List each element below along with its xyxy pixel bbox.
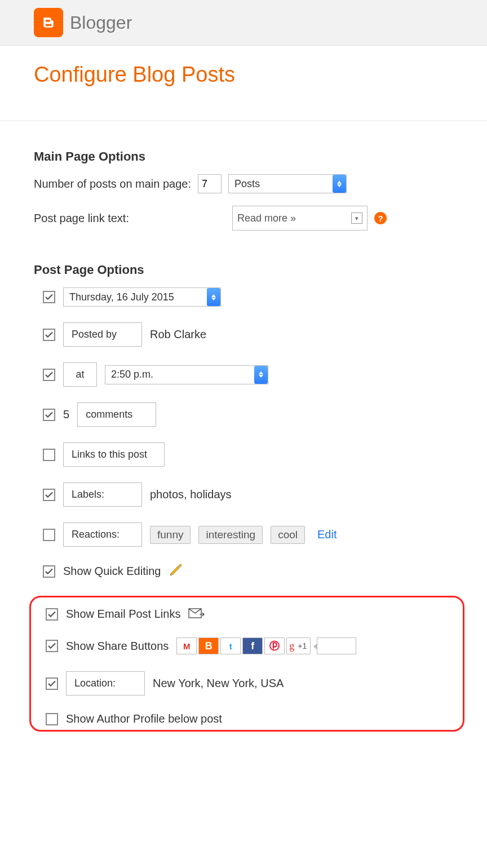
chevron-updown-icon (333, 175, 346, 193)
location-label-input[interactable]: Location: (66, 671, 145, 696)
location-value: New York, New York, USA (153, 677, 284, 690)
links-row: Links to this post (34, 442, 453, 467)
edit-reactions-link[interactable]: Edit (317, 528, 337, 541)
google-plus-icon[interactable]: g+1 (286, 637, 311, 654)
pinterest-icon[interactable]: ⓟ (264, 637, 285, 654)
date-value: Thursday, 16 July 2015 (64, 289, 207, 305)
highlighted-section: Show Email Post Links Show Share Buttons… (29, 596, 464, 732)
posted-by-checkbox[interactable] (43, 329, 55, 341)
section-post-page-options: Post Page Options (34, 263, 453, 277)
date-format-select[interactable]: Thursday, 16 July 2015 (63, 287, 221, 307)
reaction-interesting-button[interactable]: interesting (198, 526, 263, 544)
num-posts-label: Number of posts on main page: (34, 178, 191, 191)
time-row: at 2:50 p.m. (34, 362, 453, 387)
form-area: Main Page Options Number of posts on mai… (0, 149, 487, 749)
chevron-updown-icon (207, 288, 220, 306)
author-profile-label: Show Author Profile below post (66, 712, 222, 725)
gmail-icon[interactable]: M (176, 637, 197, 654)
posted-by-author: Rob Clarke (150, 328, 206, 341)
num-posts-input[interactable] (198, 174, 222, 193)
main-content: Configure Blog Posts (0, 46, 487, 121)
labels-checkbox[interactable] (43, 489, 55, 501)
section-main-page-options: Main Page Options (34, 149, 453, 164)
links-checkbox[interactable] (43, 449, 55, 461)
link-text-label: Post page link text: (34, 212, 225, 225)
labels-value: photos, holidays (150, 488, 232, 501)
reactions-row: Reactions: funny interesting cool Edit (34, 522, 453, 547)
email-links-checkbox[interactable] (46, 608, 58, 621)
comments-checkbox[interactable] (43, 409, 55, 421)
posted-by-input[interactable]: Posted by (63, 322, 142, 347)
location-row: Location: New York, New York, USA (37, 671, 457, 696)
share-icons-group: M B t f ⓟ g+1 (176, 637, 356, 654)
blogger-logo-icon (34, 8, 63, 37)
email-icon (188, 608, 205, 621)
link-text-value: Read more » (237, 212, 351, 224)
chevron-updown-icon (254, 366, 268, 384)
reaction-cool-button[interactable]: cool (271, 526, 305, 544)
link-text-input[interactable]: Read more » ▾ (232, 206, 368, 231)
date-checkbox[interactable] (43, 291, 55, 303)
labels-row: Labels: photos, holidays (34, 482, 453, 507)
jump-break-icon: ▾ (351, 212, 362, 224)
brand-text: Blogger (70, 12, 132, 33)
comments-count: 5 (63, 408, 69, 421)
posts-unit-select[interactable]: Posts (228, 174, 347, 193)
pencil-icon (169, 563, 183, 580)
quick-edit-row: Show Quick Editing (34, 563, 453, 580)
email-links-label: Show Email Post Links (66, 608, 180, 621)
email-links-row: Show Email Post Links (37, 608, 457, 621)
time-label-input[interactable]: at (63, 362, 97, 387)
author-profile-row: Show Author Profile below post (37, 712, 457, 725)
page-title: Configure Blog Posts (34, 63, 453, 87)
date-option-row: Thursday, 16 July 2015 (34, 287, 453, 307)
posted-by-row: Posted by Rob Clarke (34, 322, 453, 347)
divider (0, 121, 487, 121)
logo[interactable]: Blogger (34, 8, 453, 37)
time-format-select[interactable]: 2:50 p.m. (105, 365, 268, 384)
num-posts-row: Number of posts on main page: Posts (34, 174, 453, 193)
reaction-funny-button[interactable]: funny (150, 526, 191, 544)
reactions-checkbox[interactable] (43, 529, 55, 541)
share-row: Show Share Buttons M B t f ⓟ g+1 (37, 637, 457, 654)
share-checkbox[interactable] (46, 640, 58, 652)
time-value: 2:50 p.m. (105, 366, 254, 383)
share-count-box (317, 637, 356, 654)
blogger-share-icon[interactable]: B (198, 637, 219, 654)
labels-label-input[interactable]: Labels: (63, 482, 142, 507)
app-header: Blogger (0, 0, 487, 46)
help-icon[interactable]: ? (374, 212, 387, 224)
quick-edit-label: Show Quick Editing (63, 565, 161, 578)
author-profile-checkbox[interactable] (46, 713, 58, 725)
share-label: Show Share Buttons (66, 640, 169, 653)
link-text-row: Post page link text: Read more » ▾ ? (34, 206, 453, 231)
comments-row: 5 comments (34, 402, 453, 427)
reactions-label-input[interactable]: Reactions: (63, 522, 142, 547)
quick-edit-checkbox[interactable] (43, 565, 55, 578)
links-label-input[interactable]: Links to this post (63, 442, 165, 467)
comments-label-input[interactable]: comments (77, 402, 156, 427)
facebook-icon[interactable]: f (242, 637, 263, 654)
twitter-icon[interactable]: t (220, 637, 241, 654)
location-checkbox[interactable] (46, 677, 58, 690)
time-checkbox[interactable] (43, 369, 55, 381)
select-text: Posts (229, 176, 333, 192)
